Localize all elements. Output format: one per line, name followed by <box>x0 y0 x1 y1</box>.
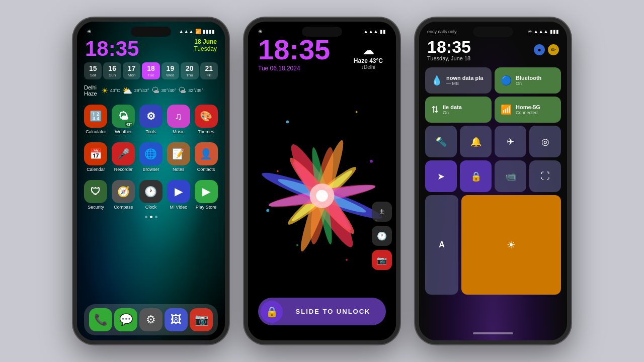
phone1-apps-row1: 🔢 Calculator 🌤43° Weather ⚙ Tools ♫ Musi… <box>77 101 225 138</box>
phone1-date-info: 18 June Tuesday <box>194 38 217 52</box>
app-browser[interactable]: 🌐 Browser <box>139 142 163 172</box>
phone2-calculator-btn[interactable]: ± <box>372 202 392 222</box>
ctrl-airplane[interactable]: ✈ <box>495 126 526 157</box>
playstore-icon: ▶ <box>195 180 218 203</box>
phone2-camera-btn[interactable]: 📷 <box>372 250 392 270</box>
ctrl-lock[interactable]: 🔒 <box>460 160 492 192</box>
cal-day-19[interactable]: 19Wed <box>162 62 179 79</box>
phone1-bluetooth-icon: ✳ <box>87 29 91 34</box>
phone3-edit-icon[interactable]: ✏ <box>548 44 559 55</box>
phone1-time: 18:35 <box>85 38 139 59</box>
cal-day-15[interactable]: 15Sat <box>84 62 102 79</box>
browser-icon: 🌐 <box>139 142 163 165</box>
weather-cloud-icon2: 🌤 <box>151 86 159 95</box>
ctrl-brightness[interactable]: ☀ <box>461 195 561 295</box>
phone2: ✳ ▲▲▲ ▮▮ 18:35 Tue 06.18.2024 ☁ Haze 43°… <box>244 18 400 344</box>
calculator-label: Calculator <box>86 129 106 134</box>
security-label: Security <box>88 205 104 210</box>
phone1-day: Tuesday <box>194 45 217 52</box>
ctrl-screenrecord[interactable]: 📹 <box>495 160 526 192</box>
data-sim-icon: 💧 <box>431 75 442 86</box>
app-tools[interactable]: ⚙ Tools <box>139 105 163 134</box>
data-plan-label: nown data pla <box>446 75 483 81</box>
app-mivideo[interactable]: ▶ Mi Video <box>167 180 190 210</box>
cal-day-20[interactable]: 20Thu <box>181 62 198 79</box>
ctrl-icon-row-2: ➤ 🔒 📹 ⛶ <box>425 160 561 192</box>
app-calendar[interactable]: 📅 Calendar <box>84 142 108 172</box>
dock-gallery[interactable]: 🖼 <box>165 308 188 331</box>
calendar-label: Calendar <box>87 167 105 172</box>
app-themes[interactable]: 🎨 Themes <box>194 105 218 134</box>
phone2-signal: ▲▲▲ <box>363 29 378 34</box>
ctrl-fullscreen[interactable]: ⛶ <box>529 160 561 192</box>
ctrl-font-size[interactable]: A <box>425 195 458 295</box>
phone1-status-icons: ▲▲▲ 📶 ▮▮▮▮ <box>179 29 215 34</box>
dock-camera[interactable]: 📷 <box>190 308 213 331</box>
phone2-time-display: 18:35 Tue 06.18.2024 <box>258 36 330 72</box>
weather-icon: 🌤43° <box>112 105 135 128</box>
app-music[interactable]: ♫ Music <box>167 105 190 134</box>
cal-day-18-today[interactable]: 18Tue <box>142 62 159 79</box>
slider-lock-icon: 🔒 <box>261 301 283 323</box>
app-weather[interactable]: 🌤43° Weather <box>112 105 135 134</box>
themes-label: Themes <box>198 129 214 134</box>
app-clock[interactable]: 🕐 Clock <box>139 180 163 210</box>
ctrl-row-2: ⇅ ile data On 📶 Home-5G Connected <box>425 97 561 123</box>
ctrl-dnd[interactable]: 🔔 <box>460 126 492 157</box>
compass-icon: 🧭 <box>112 180 135 203</box>
svg-point-16 <box>356 111 358 113</box>
page-indicator <box>77 214 225 220</box>
tools-label: Tools <box>145 129 156 134</box>
phone3-battery-icon: ▮▮▮ <box>550 29 559 34</box>
phone3: ency calls only ✳ ▲▲▲ ▮▮▮ 18:35 Tuesday,… <box>415 18 571 344</box>
phone2-clock-btn[interactable]: 🕐 <box>372 226 392 246</box>
phone1-wifi-icon: 📶 <box>195 29 201 34</box>
weather-temp-2: 30°/40° <box>162 88 177 93</box>
cal-day-17[interactable]: 17Mon <box>123 62 140 79</box>
app-recorder[interactable]: 🎤 Recorder <box>112 142 135 172</box>
ctrl-flashlight[interactable]: 🔦 <box>425 126 457 157</box>
phone1-dock: 📞 💬 ⚙ 🖼 📷 <box>84 304 218 335</box>
cal-day-21[interactable]: 21Fri <box>200 62 218 79</box>
ctrl-mobile-tile[interactable]: ⇅ ile data On <box>425 97 492 123</box>
bluetooth-label: Bluetooth <box>516 75 541 81</box>
ctrl-invert[interactable]: ◎ <box>529 126 561 157</box>
phone3-dot-icon[interactable]: ● <box>534 44 545 55</box>
app-playstore[interactable]: ▶ Play Store <box>194 180 218 210</box>
phone3-quick-icons: ● ✏ <box>534 44 559 55</box>
clock-icon: 🕐 <box>139 180 163 203</box>
app-notes[interactable]: 📝 Notes <box>167 142 190 172</box>
ctrl-icon-row-1: 🔦 🔔 ✈ ◎ <box>425 126 561 157</box>
cal-day-16[interactable]: 16Sun <box>103 62 121 79</box>
dock-messages[interactable]: 💬 <box>114 308 137 331</box>
mobile-label: ile data <box>443 104 462 110</box>
app-contacts[interactable]: 👤 Contacts <box>194 142 218 172</box>
ctrl-row-1: 💧 nown data pla — MB 🔵 Bluetooth On <box>425 67 561 94</box>
ctrl-wifi-tile[interactable]: 📶 Home-5G Connected <box>495 97 561 123</box>
browser-label: Browser <box>142 167 159 172</box>
phone3-time-row: 18:35 Tuesday, June 18 ● ✏ <box>419 36 567 65</box>
phone1-apps-row3: 🛡 Security 🧭 Compass 🕐 Clock ▶ Mi Video … <box>77 176 225 214</box>
dock-settings[interactable]: ⚙ <box>139 308 163 331</box>
slide-to-unlock-text: SLIDE TO UNLOCK <box>283 308 383 315</box>
app-calculator[interactable]: 🔢 Calculator <box>84 105 108 134</box>
ctrl-data-tile[interactable]: 💧 nown data pla — MB <box>425 67 492 94</box>
phone2-slider[interactable]: 🔒 SLIDE TO UNLOCK <box>258 298 386 325</box>
bluetooth-status: On <box>516 81 541 86</box>
svg-point-17 <box>277 170 279 172</box>
dock-phone[interactable]: 📞 <box>89 308 112 331</box>
weather-label: Weather <box>115 129 132 134</box>
app-compass[interactable]: 🧭 Compass <box>112 180 135 210</box>
ctrl-bluetooth-tile[interactable]: 🔵 Bluetooth On <box>495 67 561 94</box>
phone2-date: Tue 06.18.2024 <box>258 65 330 72</box>
dot-1 <box>145 216 147 218</box>
mobile-data-icon: ⇅ <box>431 104 439 115</box>
phone2-weather-city: ↓Delhi <box>354 64 383 70</box>
ctrl-location[interactable]: ➤ <box>425 160 457 192</box>
svg-point-14 <box>316 190 328 202</box>
app-security[interactable]: 🛡 Security <box>84 180 108 210</box>
svg-point-20 <box>346 259 348 261</box>
wifi-tile-icon: 📶 <box>501 104 512 115</box>
phone3-notification-text: ency calls only <box>427 29 457 34</box>
phone2-battery: ▮▮ <box>380 29 386 34</box>
